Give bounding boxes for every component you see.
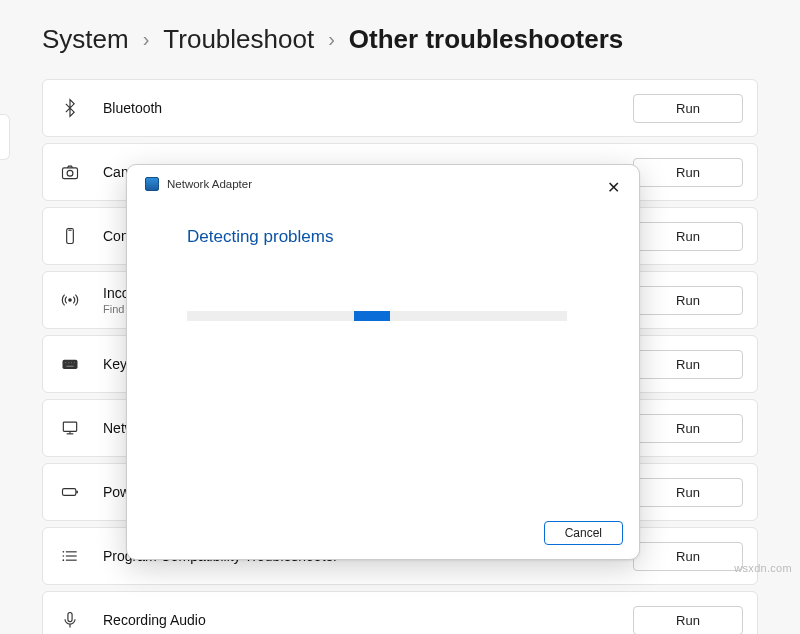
breadcrumb-system[interactable]: System	[42, 24, 129, 55]
list-icon	[57, 543, 83, 569]
run-button[interactable]: Run	[633, 222, 743, 251]
svg-rect-8	[70, 362, 72, 364]
run-button[interactable]: Run	[633, 286, 743, 315]
run-button[interactable]: Run	[633, 350, 743, 379]
svg-rect-14	[63, 489, 76, 496]
svg-rect-22	[68, 613, 72, 622]
run-button[interactable]: Run	[633, 606, 743, 635]
close-button[interactable]: ✕	[599, 173, 627, 201]
breadcrumb-current: Other troubleshooters	[349, 24, 623, 55]
run-button[interactable]: Run	[633, 478, 743, 507]
run-button[interactable]: Run	[633, 158, 743, 187]
troubleshooter-row-recording-audio: Recording Audio Run	[42, 591, 758, 634]
svg-rect-10	[66, 365, 74, 367]
camera-icon	[57, 159, 83, 185]
progress-bar	[187, 311, 567, 321]
close-icon: ✕	[607, 178, 620, 197]
cancel-button[interactable]: Cancel	[544, 521, 623, 545]
svg-point-4	[69, 299, 72, 302]
run-button[interactable]: Run	[633, 414, 743, 443]
svg-point-20	[63, 555, 65, 557]
svg-point-21	[63, 559, 65, 561]
troubleshooter-row-bluetooth: Bluetooth Run	[42, 79, 758, 137]
svg-rect-9	[73, 362, 75, 364]
keyboard-icon	[57, 351, 83, 377]
app-icon	[145, 177, 159, 191]
phone-icon	[57, 223, 83, 249]
svg-point-19	[63, 551, 65, 553]
dialog-headline: Detecting problems	[187, 227, 611, 247]
troubleshooter-dialog: ✕ Network Adapter Detecting problems Can…	[126, 164, 640, 560]
breadcrumb: System › Troubleshoot › Other troublesho…	[42, 24, 776, 55]
dialog-footer: Cancel	[127, 511, 639, 559]
chevron-right-icon: ›	[143, 28, 150, 51]
signal-icon	[57, 287, 83, 313]
bluetooth-icon	[57, 95, 83, 121]
left-panel-stub	[0, 114, 10, 160]
svg-rect-15	[76, 491, 78, 494]
battery-icon	[57, 479, 83, 505]
row-title: Bluetooth	[103, 100, 633, 116]
svg-rect-6	[65, 362, 67, 364]
row-title: Recording Audio	[103, 612, 633, 628]
svg-rect-0	[63, 168, 78, 179]
dialog-body: Detecting problems	[127, 197, 639, 511]
svg-rect-11	[63, 422, 76, 431]
progress-indicator	[354, 311, 390, 321]
monitor-icon	[57, 415, 83, 441]
breadcrumb-troubleshoot[interactable]: Troubleshoot	[163, 24, 314, 55]
chevron-right-icon: ›	[328, 28, 335, 51]
dialog-app-title: Network Adapter	[167, 178, 252, 190]
svg-rect-7	[68, 362, 70, 364]
watermark: wsxdn.com	[734, 562, 792, 574]
dialog-titlebar: Network Adapter	[127, 165, 639, 197]
run-button[interactable]: Run	[633, 542, 743, 571]
svg-point-1	[67, 170, 73, 176]
microphone-icon	[57, 607, 83, 633]
run-button[interactable]: Run	[633, 94, 743, 123]
